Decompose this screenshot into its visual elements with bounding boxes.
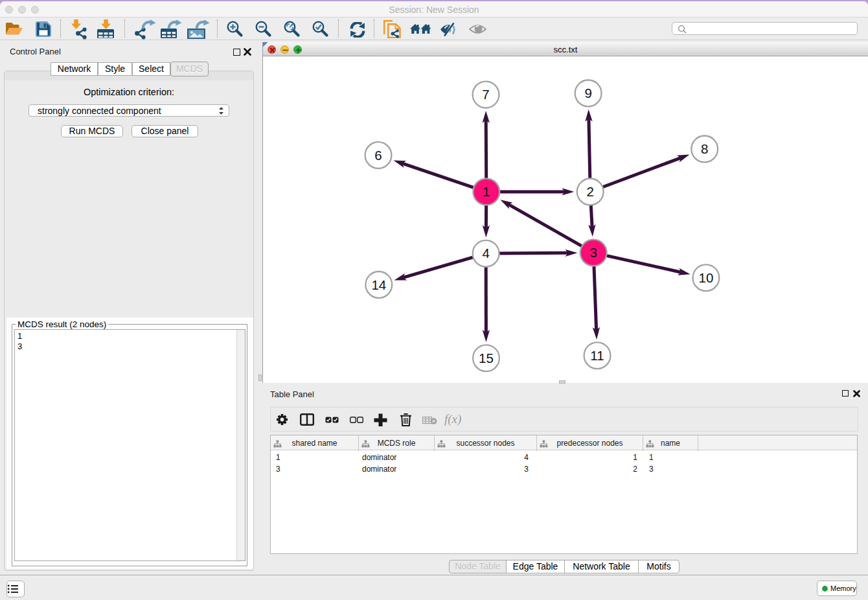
svg-text:14: 14 [371, 277, 386, 292]
svg-text:10: 10 [698, 270, 713, 285]
svg-text:8: 8 [701, 141, 708, 156]
svg-text:7: 7 [482, 87, 489, 102]
svg-text:3: 3 [589, 245, 597, 260]
svg-text:4: 4 [482, 246, 489, 260]
svg-text:15: 15 [479, 351, 494, 365]
svg-text:11: 11 [590, 348, 604, 363]
svg-text:9: 9 [584, 86, 591, 100]
svg-text:6: 6 [374, 148, 382, 163]
svg-text:2: 2 [586, 184, 593, 199]
svg-text:1: 1 [483, 184, 490, 199]
